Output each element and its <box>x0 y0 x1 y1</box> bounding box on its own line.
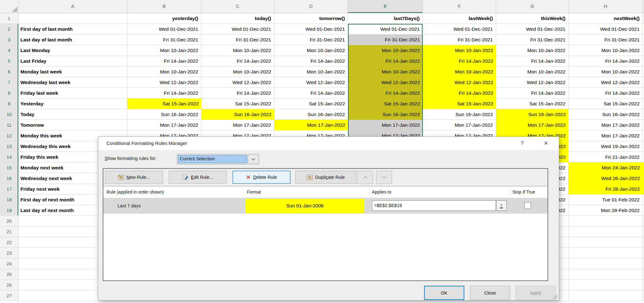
row-header-21[interactable]: 21 <box>0 226 19 237</box>
cell-H17[interactable]: Fri 28-Jan-2022 <box>569 184 643 194</box>
collapse-dialog-button[interactable]: ↑ <box>496 200 507 211</box>
cell-H20[interactable] <box>569 216 643 226</box>
cell-I21[interactable] <box>643 226 644 237</box>
row-header-7[interactable]: 7 <box>0 77 19 88</box>
column-header-G[interactable]: G <box>496 0 569 13</box>
delete-rule-button[interactable]: ✕ Delete Rule <box>232 171 291 184</box>
cell-F6[interactable]: Mon 10-Jan-2022 <box>423 66 496 77</box>
cell-G5[interactable]: Fri 14-Jan-2022 <box>496 56 569 66</box>
row-header-2[interactable]: 2 <box>0 24 19 35</box>
cell-A3[interactable]: Last day of last month <box>19 35 127 45</box>
cell-A9[interactable]: Yesterday <box>19 98 127 109</box>
cell-C4[interactable]: Mon 10-Jan-2022 <box>201 45 274 56</box>
cell-F5[interactable]: Fri 14-Jan-2022 <box>423 56 496 66</box>
cell-H24[interactable] <box>569 258 643 269</box>
cell-I14[interactable] <box>643 152 644 162</box>
cell-H26[interactable] <box>569 280 643 290</box>
cell-H25[interactable] <box>569 269 643 280</box>
cell-B4[interactable]: Mon 10-Jan-2022 <box>127 45 201 56</box>
cell-H3[interactable]: Fri 31-Dec-2021 <box>569 35 643 45</box>
cell-I16[interactable] <box>643 173 644 184</box>
row-header-22[interactable]: 22 <box>0 237 19 248</box>
cell-I1[interactable] <box>643 13 644 24</box>
cell-H11[interactable]: Mon 17-Jan-2022 <box>569 120 643 130</box>
cell-C1[interactable]: today() <box>201 13 274 24</box>
apply-button[interactable]: Apply <box>516 286 556 300</box>
cell-H22[interactable] <box>569 237 643 248</box>
show-rules-combobox[interactable]: Current Selection <box>177 154 259 164</box>
cell-E7[interactable]: Wed 12-Jan-2022 <box>348 77 423 88</box>
cell-G9[interactable]: Sat 15-Jan-2022 <box>496 98 569 109</box>
cell-G4[interactable]: Mon 10-Jan-2022 <box>496 45 569 56</box>
close-icon[interactable]: ✕ <box>538 138 554 148</box>
cell-A2[interactable]: First day of last month <box>19 24 127 35</box>
cell-D8[interactable]: Fri 14-Jan-2022 <box>274 88 348 98</box>
row-header-23[interactable]: 23 <box>0 248 19 258</box>
cell-H21[interactable] <box>569 226 643 237</box>
cell-H13[interactable]: Wed 19-Jan-2022 <box>569 141 643 152</box>
cell-B7[interactable]: Wed 12-Jan-2022 <box>127 77 201 88</box>
row-header-1[interactable]: 1 <box>0 13 19 24</box>
row-header-25[interactable]: 25 <box>0 269 19 280</box>
cell-C9[interactable]: Sat 15-Jan-2022 <box>201 98 274 109</box>
cell-E9[interactable]: Sat 15-Jan-2022 <box>348 98 423 109</box>
column-header-C[interactable]: C <box>201 0 274 13</box>
cell-H23[interactable] <box>569 248 643 258</box>
row-header-14[interactable]: 14 <box>0 152 19 162</box>
cell-G1[interactable]: thisWeek() <box>496 13 569 24</box>
cell-A6[interactable]: Monday last week <box>19 66 127 77</box>
cell-F7[interactable]: Wed 12-Jan-2022 <box>423 77 496 88</box>
cell-C8[interactable]: Fri 14-Jan-2022 <box>201 88 274 98</box>
cell-I19[interactable] <box>643 205 644 216</box>
cell-E6[interactable]: Mon 10-Jan-2022 <box>348 66 423 77</box>
cell-H7[interactable]: Wed 12-Jan-2022 <box>569 77 643 88</box>
cell-D1[interactable]: tomorrow() <box>274 13 348 24</box>
cell-D4[interactable]: Mon 10-Jan-2022 <box>274 45 348 56</box>
help-icon[interactable]: ? <box>515 138 529 148</box>
cell-H15[interactable]: Mon 24-Jan-2022 <box>569 162 643 173</box>
cell-D3[interactable]: Fri 31-Dec-2021 <box>274 35 348 45</box>
move-rule-down-button[interactable] <box>376 171 392 184</box>
cell-F8[interactable]: Fri 14-Jan-2022 <box>423 88 496 98</box>
cell-E1[interactable]: last7Days() <box>348 13 423 24</box>
cell-F11[interactable]: Mon 17-Jan-2022 <box>423 120 496 130</box>
cell-I9[interactable] <box>643 98 644 109</box>
cell-I26[interactable] <box>643 280 644 290</box>
cell-H27[interactable] <box>569 290 643 301</box>
cell-I27[interactable] <box>643 290 644 301</box>
move-rule-up-button[interactable] <box>357 171 373 184</box>
cell-I8[interactable] <box>643 88 644 98</box>
row-header-8[interactable]: 8 <box>0 88 19 98</box>
cell-H6[interactable]: Mon 10-Jan-2022 <box>569 66 643 77</box>
row-header-6[interactable]: 6 <box>0 66 19 77</box>
row-header-5[interactable]: 5 <box>0 56 19 66</box>
cell-D10[interactable]: Sun 16-Jan-2022 <box>274 109 348 120</box>
cell-I3[interactable] <box>643 35 644 45</box>
cell-A1[interactable] <box>19 13 127 24</box>
cell-A5[interactable]: Last Friday <box>19 56 127 66</box>
cell-C2[interactable]: Wed 01-Dec-2021 <box>201 24 274 35</box>
column-header-A[interactable]: A <box>19 0 127 13</box>
cell-B11[interactable]: Mon 17-Jan-2022 <box>127 120 201 130</box>
cell-A10[interactable]: Today <box>19 109 127 120</box>
cell-I13[interactable] <box>643 141 644 152</box>
cell-D2[interactable]: Wed 01-Dec-2021 <box>274 24 348 35</box>
column-header-F[interactable]: F <box>423 0 496 13</box>
row-header-3[interactable]: 3 <box>0 35 19 45</box>
edit-rule-button[interactable]: Edit Rule... <box>169 171 227 184</box>
cell-D7[interactable]: Wed 12-Jan-2022 <box>274 77 348 88</box>
cell-D5[interactable]: Fri 14-Jan-2022 <box>274 56 348 66</box>
cell-C6[interactable]: Mon 10-Jan-2022 <box>201 66 274 77</box>
cell-H2[interactable]: Wed 01-Dec-2021 <box>569 24 643 35</box>
cell-H9[interactable]: Sat 15-Jan-2022 <box>569 98 643 109</box>
cell-G2[interactable]: Wed 01-Dec-2021 <box>496 24 569 35</box>
cell-E2[interactable]: Wed 01-Dec-2021 <box>348 24 423 35</box>
cell-A11[interactable]: Tomorrow <box>19 120 127 130</box>
row-header-16[interactable]: 16 <box>0 173 19 184</box>
close-button[interactable]: Close <box>470 286 510 300</box>
chevron-down-icon[interactable] <box>248 155 258 163</box>
cell-G6[interactable]: Mon 10-Jan-2022 <box>496 66 569 77</box>
show-rules-selected-value[interactable]: Current Selection <box>178 155 248 163</box>
cell-E10[interactable]: Sun 16-Jan-2022 <box>348 109 423 120</box>
cell-I15[interactable] <box>643 162 644 173</box>
